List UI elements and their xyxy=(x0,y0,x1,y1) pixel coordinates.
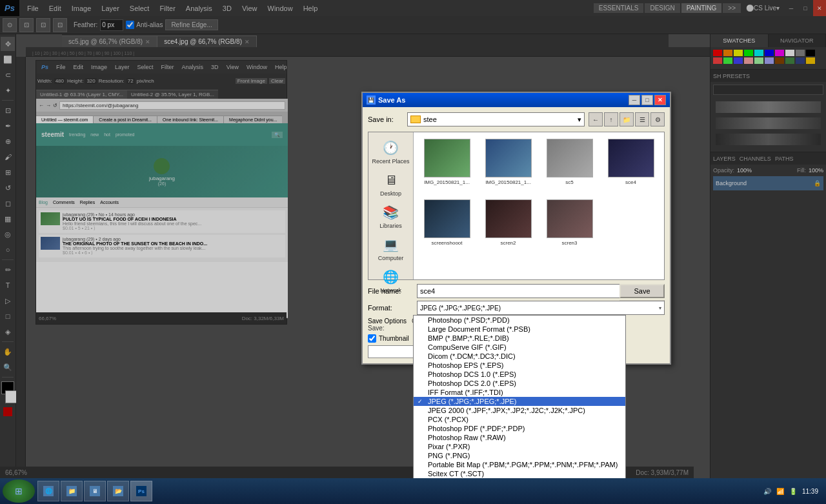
taskbar-sys-icons: 🔊 📶 🔋 xyxy=(762,486,798,496)
thumb-image-1 xyxy=(425,139,470,177)
file-thumb-scren3 xyxy=(547,199,593,238)
taskbar-ie[interactable]: 🌐 xyxy=(37,481,59,501)
file-item-2[interactable]: IMG_20150821_1... xyxy=(479,136,538,194)
save-in-label: Save in: xyxy=(368,116,403,123)
file-item-sc5[interactable]: sc5 xyxy=(540,136,599,194)
format-pcx[interactable]: PCX (*.PCX) xyxy=(414,415,625,424)
format-dropdown[interactable]: JPEG (*.JPG;*.JPEG;*.JPE) ▾ xyxy=(417,301,665,315)
format-dcs2[interactable]: Photoshop DCS 2.0 (*.EPS) xyxy=(414,379,625,388)
folder-taskbar-icon: 📂 xyxy=(113,486,123,496)
format-raw[interactable]: Photoshop Raw (*.RAW) xyxy=(414,433,625,442)
format-pbm[interactable]: Portable Bit Map (*.PBM;*.PGM;*.PPM;*.PN… xyxy=(414,460,625,469)
recent-places-icon: 🕐 xyxy=(381,139,401,157)
format-section: Format: JPEG (*.JPG;*.JPEG;*.JPE) ▾ Phot… xyxy=(368,301,665,315)
format-psd[interactable]: Photoshop (*.PSD;*.PDD) xyxy=(414,316,625,325)
save-in-row: Save in: stee ▾ ← ↑ 📁 ☰ ⚙ xyxy=(368,112,665,126)
file-thumb-screenshot xyxy=(424,199,470,238)
desktop-icon: 🖥 xyxy=(381,171,401,189)
format-sct[interactable]: Scitex CT (*.SCT) xyxy=(414,469,625,478)
dialog-title-text: Save As xyxy=(378,96,405,104)
file-item-1[interactable]: IMG_20150821_1... xyxy=(418,136,476,194)
format-dcs1[interactable]: Photoshop DCS 1.0 (*.EPS) xyxy=(414,370,625,379)
thumb-image-2 xyxy=(486,139,531,177)
dialog-close-btn[interactable]: ✕ xyxy=(654,95,666,105)
thumbnail-label: Thumbnail xyxy=(379,335,409,342)
taskbar-right: 🔊 📶 🔋 11:39 xyxy=(762,486,823,496)
taskbar-battery-icon[interactable]: 🔋 xyxy=(788,486,798,496)
save-options-section: Save Options Save: xyxy=(368,318,407,332)
folder-icon xyxy=(410,116,421,123)
save-options-label: Save Options xyxy=(368,318,407,325)
save-button[interactable]: Save xyxy=(620,284,665,298)
nav-libraries[interactable]: 📚 Libraries xyxy=(370,201,412,232)
dialog-titlebar: 💾 Save As ─ □ ✕ xyxy=(363,93,670,107)
format-eps[interactable]: Photoshop EPS (*.EPS) xyxy=(414,361,625,370)
dialog-main: 🕐 Recent Places 🖥 Desktop 📚 Libraries 💻 … xyxy=(368,132,665,280)
format-dropdown-arrow: ▾ xyxy=(659,305,661,311)
computer-taskbar-icon: 🖥 xyxy=(90,486,100,496)
taskbar-audio-icon[interactable]: 🔊 xyxy=(762,486,772,496)
ps-taskbar-icon: Ps xyxy=(136,486,146,496)
dialog-nav: 🕐 Recent Places 🖥 Desktop 📚 Libraries 💻 … xyxy=(368,132,414,279)
file-thumb-scren2 xyxy=(485,199,532,238)
taskbar-clock: 11:39 xyxy=(802,488,818,495)
taskbar-network-icon[interactable]: 📶 xyxy=(775,486,785,496)
save-as-dialog: 💾 Save As ─ □ ✕ Save in: stee ▾ ← ↑ 📁 ☰ … xyxy=(361,92,671,365)
file-thumb-1 xyxy=(424,139,470,177)
taskbar-items: 🌐 📁 🖥 📂 Ps xyxy=(37,481,762,501)
format-jp2[interactable]: JPEG 2000 (*.JPF;*.JPX;*.JP2;*.J2C;*.J2K… xyxy=(414,406,625,415)
file-name-label: File name: xyxy=(368,287,413,295)
taskbar-computer[interactable]: 🖥 xyxy=(84,481,106,501)
dialog-minimize-btn[interactable]: ─ xyxy=(629,95,640,105)
format-gif[interactable]: CompuServe GIF (*.GIF) xyxy=(414,343,625,352)
nav-view-btn[interactable]: ☰ xyxy=(635,112,649,126)
dialog-title-icon: 💾 xyxy=(367,96,376,105)
format-bmp[interactable]: BMP (*.BMP;*.RLE;*.DIB) xyxy=(414,334,625,343)
file-item-screenshot[interactable]: screenshooot xyxy=(418,197,476,255)
save-in-dropdown[interactable]: stee ▾ xyxy=(407,112,585,126)
dialog-browser: IMG_20150821_1... IMG_20150821_1... sc5 xyxy=(414,132,664,279)
explorer-icon: 📁 xyxy=(66,486,77,496)
file-item-scren2[interactable]: scren2 xyxy=(479,197,538,255)
save-save-row: Save: xyxy=(368,325,407,332)
taskbar-folder[interactable]: 📂 xyxy=(107,481,129,501)
dialog-title-controls: ─ □ ✕ xyxy=(629,95,666,105)
file-thumb-sc5 xyxy=(547,139,593,177)
format-png[interactable]: PNG (*.PNG) xyxy=(414,451,625,460)
format-iff[interactable]: IFF Format (*.IFF;*.TDI) xyxy=(414,388,625,397)
libraries-icon: 📚 xyxy=(381,203,401,221)
nav-back-btn[interactable]: ← xyxy=(589,112,603,126)
nav-recent-places[interactable]: 🕐 Recent Places xyxy=(370,136,412,167)
nav-computer[interactable]: 💻 Computer xyxy=(370,233,412,264)
file-thumb-2 xyxy=(485,139,532,177)
nav-desktop[interactable]: 🖥 Desktop xyxy=(370,168,412,199)
dialog-body: Save in: stee ▾ ← ↑ 📁 ☰ ⚙ 🕐 Recent Place… xyxy=(363,107,670,363)
computer-icon: 💻 xyxy=(381,236,401,254)
taskbar-start-button[interactable]: ⊞ xyxy=(3,479,35,503)
dropdown-arrow: ▾ xyxy=(578,116,581,124)
format-pdf[interactable]: Photoshop PDF (*.PDF;*.PDP) xyxy=(414,424,625,433)
save-in-toolbar: ← ↑ 📁 ☰ ⚙ xyxy=(589,112,665,126)
network-icon: 🌐 xyxy=(381,268,401,286)
file-item-scren3[interactable]: scren3 xyxy=(540,197,599,255)
file-name-row: File name: Save Cancel xyxy=(368,284,665,298)
nav-up-btn[interactable]: ↑ xyxy=(604,112,618,126)
nav-options-btn[interactable]: ⚙ xyxy=(650,112,665,126)
file-item-sce4[interactable]: sce4 xyxy=(601,136,660,194)
file-thumb-sce4 xyxy=(608,139,654,177)
thumbnail-checkbox[interactable] xyxy=(368,334,376,343)
taskbar-explorer[interactable]: 📁 xyxy=(61,481,83,501)
ie-icon: 🌐 xyxy=(43,486,54,496)
dialog-maximize-btn[interactable]: □ xyxy=(641,95,653,105)
format-pixar[interactable]: Pixar (*.PXR) xyxy=(414,442,625,451)
nav-newfolder-btn[interactable]: 📁 xyxy=(620,112,634,126)
format-row: Format: JPEG (*.JPG;*.JPEG;*.JPE) ▾ xyxy=(368,301,665,315)
taskbar: ⊞ 🌐 📁 🖥 📂 Ps 🔊 📶 🔋 11:39 xyxy=(0,478,826,504)
format-dropdown-list: Photoshop (*.PSD;*.PDD) Large Document F… xyxy=(413,315,626,497)
format-psb[interactable]: Large Document Format (*.PSB) xyxy=(414,325,625,334)
format-dicom[interactable]: Dicom (*.DCM;*.DC3;*.DIC) xyxy=(414,352,625,361)
taskbar-photoshop[interactable]: Ps xyxy=(130,481,152,501)
dialog-form: File name: Save Cancel Format: JPEG (*.J… xyxy=(368,284,665,358)
format-jpeg[interactable]: ✓ JPEG (*.JPG;*.JPEG;*.JPE) xyxy=(414,397,625,406)
format-label: Format: xyxy=(368,304,413,312)
